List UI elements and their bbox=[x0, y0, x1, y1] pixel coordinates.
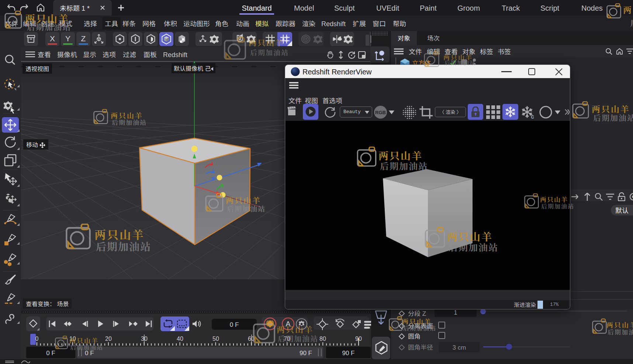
svg-text:A: A bbox=[286, 320, 291, 328]
svg-text:G: G bbox=[531, 115, 534, 119]
